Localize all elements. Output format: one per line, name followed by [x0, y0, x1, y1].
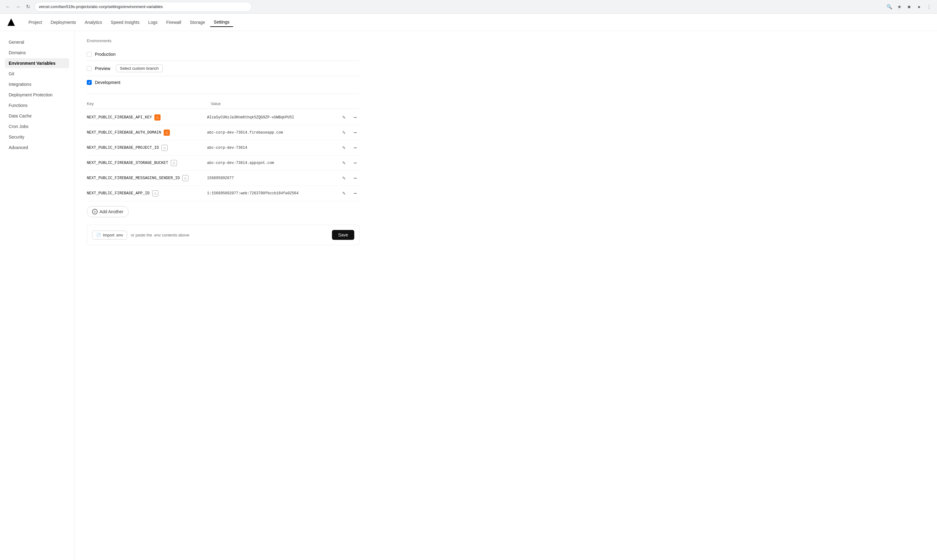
- import-label: Import .env: [103, 233, 123, 237]
- edit-icon: ✎: [342, 115, 346, 120]
- sidebar-item-general[interactable]: General: [5, 37, 69, 47]
- env-key-text: NEXT_PUBLIC_FIREBASE_PROJECT_ID: [87, 146, 159, 150]
- production-label: Production: [95, 52, 115, 57]
- environments-section: Environments Production Preview Select c…: [87, 38, 360, 89]
- env-key-cell-4: NEXT_PUBLIC_FIREBASE_MESSAGING_SENDER_ID: [87, 175, 205, 181]
- nav-item-settings[interactable]: Settings: [210, 18, 233, 27]
- back-button[interactable]: ←: [4, 3, 12, 11]
- sidebar-item-integrations[interactable]: Integrations: [5, 79, 69, 89]
- add-another-label: Add Another: [100, 209, 123, 214]
- env-key-text: NEXT_PUBLIC_FIREBASE_MESSAGING_SENDER_ID: [87, 176, 180, 180]
- row-actions-3: ✎−: [340, 158, 360, 167]
- sidebar-item-data-cache[interactable]: Data Cache: [5, 111, 69, 121]
- sidebar-item-deployment-protection[interactable]: Deployment Protection: [5, 90, 69, 100]
- import-env-button[interactable]: 📄 Import .env: [92, 231, 127, 240]
- sidebar-item-environment-variables[interactable]: Environment Variables: [5, 58, 69, 68]
- env-option-development: Development: [87, 76, 360, 89]
- edit-button[interactable]: ✎: [340, 189, 348, 198]
- custom-branch-button[interactable]: Select custom branch: [116, 65, 163, 72]
- nav-item-firewall[interactable]: Firewall: [162, 18, 185, 27]
- table-row: NEXT_PUBLIC_FIREBASE_AUTH_DOMAINabc-corp…: [87, 125, 360, 140]
- save-button[interactable]: Save: [332, 230, 354, 240]
- env-rows-container: NEXT_PUBLIC_FIREBASE_API_KEYAIzaSyCUHzJa…: [87, 110, 360, 201]
- divider: [87, 94, 360, 94]
- nav-item-deployments[interactable]: Deployments: [47, 18, 80, 27]
- edit-icon: ✎: [342, 130, 346, 135]
- menu-button[interactable]: ⋮: [925, 3, 933, 11]
- profile-button[interactable]: ●: [915, 3, 923, 11]
- warning-icon: [152, 190, 158, 197]
- development-label: Development: [95, 80, 121, 85]
- edit-button[interactable]: ✎: [340, 174, 348, 183]
- edit-icon: ✎: [342, 176, 346, 181]
- env-key-text: NEXT_PUBLIC_FIREBASE_STORAGE_BUCKET: [87, 161, 168, 165]
- bookmark-button[interactable]: ★: [895, 3, 903, 11]
- env-value-text: AIzaSyCUHzJa3Hnm6thqk5ZQG9ZP-vUWBqkPU5I: [207, 115, 294, 120]
- sidebar-item-functions[interactable]: Functions: [5, 100, 69, 110]
- warning-icon: [154, 114, 160, 120]
- extensions-button[interactable]: ■: [905, 3, 914, 11]
- nav-item-storage[interactable]: Storage: [186, 18, 209, 27]
- delete-button[interactable]: −: [351, 128, 360, 137]
- main-content: Environments Production Preview Select c…: [74, 31, 372, 560]
- table-row: NEXT_PUBLIC_FIREBASE_MESSAGING_SENDER_ID…: [87, 171, 360, 186]
- delete-button[interactable]: −: [351, 174, 360, 183]
- env-value-text: abc-corp-dev-73614.firebaseapp.com: [207, 131, 283, 135]
- import-hint: or paste the .env contents above: [131, 233, 189, 237]
- delete-button[interactable]: −: [351, 189, 360, 198]
- edit-icon: ✎: [342, 160, 346, 166]
- app-header: ProjectDeploymentsAnalyticsSpeed Insight…: [0, 14, 937, 31]
- edit-button[interactable]: ✎: [340, 143, 348, 152]
- edit-button[interactable]: ✎: [340, 128, 348, 137]
- env-value-cell-5: 1:156895892077:web:7263700fbccb184fa0256…: [207, 191, 337, 195]
- nav-item-speed-insights[interactable]: Speed Insights: [107, 18, 143, 27]
- sidebar-item-security[interactable]: Security: [5, 132, 69, 142]
- env-key-cell-3: NEXT_PUBLIC_FIREBASE_STORAGE_BUCKET: [87, 160, 205, 166]
- forward-button[interactable]: →: [14, 3, 22, 11]
- address-bar[interactable]: vercel.com/ben519s-projects/abc-corp/set…: [35, 2, 252, 12]
- sidebar-item-advanced[interactable]: Advanced: [5, 143, 69, 152]
- delete-button[interactable]: −: [351, 143, 360, 152]
- preview-checkbox[interactable]: [87, 66, 92, 71]
- warning-icon: [182, 175, 188, 181]
- env-key-cell-5: NEXT_PUBLIC_FIREBASE_APP_ID: [87, 190, 205, 197]
- env-value-text: 156895892077: [207, 176, 234, 180]
- env-key-cell-1: NEXT_PUBLIC_FIREBASE_AUTH_DOMAIN: [87, 129, 205, 136]
- nav-item-project[interactable]: Project: [25, 18, 46, 27]
- browser-chrome: ← → ↻ vercel.com/ben519s-projects/abc-co…: [0, 0, 937, 14]
- add-another-button[interactable]: + Add Another: [87, 206, 129, 217]
- zoom-button[interactable]: 🔍: [885, 3, 894, 11]
- table-row: NEXT_PUBLIC_FIREBASE_APP_ID1:15689589207…: [87, 186, 360, 201]
- env-value-cell-0: AIzaSyCUHzJa3Hnm6thqk5ZQG9ZP-vUWBqkPU5I: [207, 115, 337, 120]
- sidebar-item-git[interactable]: Git: [5, 69, 69, 79]
- delete-button[interactable]: −: [351, 158, 360, 167]
- development-checkbox[interactable]: [87, 80, 92, 85]
- row-actions-1: ✎−: [340, 128, 360, 137]
- env-option-production: Production: [87, 48, 360, 61]
- col-key-header: Key: [87, 102, 211, 106]
- minus-icon: −: [354, 160, 357, 166]
- minus-icon: −: [354, 175, 357, 182]
- table-row: NEXT_PUBLIC_FIREBASE_PROJECT_IDabc-corp-…: [87, 140, 360, 155]
- row-actions-2: ✎−: [340, 143, 360, 152]
- sidebar-item-cron-jobs[interactable]: Cron Jobs: [5, 122, 69, 131]
- warning-icon: [162, 145, 168, 151]
- nav-item-logs[interactable]: Logs: [145, 18, 161, 27]
- env-option-preview: Preview Select custom branch: [87, 61, 360, 76]
- url-text: vercel.com/ben519s-projects/abc-corp/set…: [39, 4, 163, 9]
- env-key-text: NEXT_PUBLIC_FIREBASE_APP_ID: [87, 191, 150, 195]
- nav-item-analytics[interactable]: Analytics: [81, 18, 106, 27]
- warning-icon: [164, 129, 170, 136]
- vercel-logo: [8, 18, 15, 26]
- sidebar-item-domains[interactable]: Domains: [5, 48, 69, 58]
- reload-button[interactable]: ↻: [23, 3, 32, 11]
- env-key-text: NEXT_PUBLIC_FIREBASE_API_KEY: [87, 115, 152, 120]
- environments-label: Environments: [87, 38, 360, 43]
- sidebar: GeneralDomainsEnvironment VariablesGitIn…: [0, 31, 74, 560]
- edit-button[interactable]: ✎: [340, 158, 348, 167]
- col-value-header: Value: [211, 102, 360, 106]
- production-checkbox[interactable]: [87, 52, 92, 57]
- minus-icon: −: [354, 145, 357, 151]
- edit-button[interactable]: ✎: [340, 113, 348, 122]
- delete-button[interactable]: −: [351, 113, 360, 122]
